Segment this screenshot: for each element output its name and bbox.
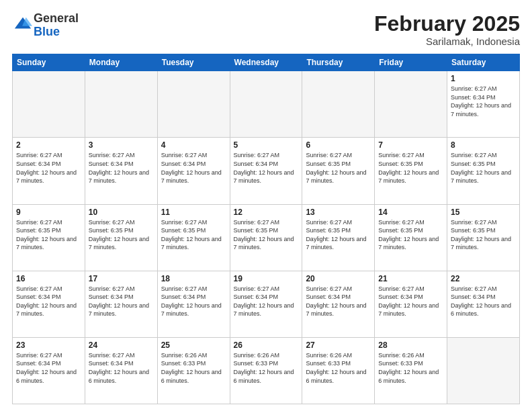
page: General Blue February 2025 Sarilamak, In… — [0, 0, 532, 411]
day-info: Sunrise: 6:27 AM Sunset: 6:34 PM Dayligh… — [89, 351, 154, 385]
cell-w2-d3: 4Sunrise: 6:27 AM Sunset: 6:34 PM Daylig… — [157, 138, 230, 204]
col-sunday: Sunday — [13, 54, 85, 71]
day-info: Sunrise: 6:27 AM Sunset: 6:34 PM Dayligh… — [234, 151, 299, 185]
day-number: 11 — [161, 208, 226, 217]
cell-w3-d5: 13Sunrise: 6:27 AM Sunset: 6:35 PM Dayli… — [302, 204, 375, 271]
day-info: Sunrise: 6:27 AM Sunset: 6:35 PM Dayligh… — [89, 218, 154, 252]
day-info: Sunrise: 6:27 AM Sunset: 6:34 PM Dayligh… — [16, 151, 81, 185]
cell-w5-d5: 27Sunrise: 6:26 AM Sunset: 6:33 PM Dayli… — [302, 337, 375, 404]
cell-w4-d3: 18Sunrise: 6:27 AM Sunset: 6:34 PM Dayli… — [157, 271, 230, 337]
cell-w1-d5 — [302, 71, 375, 138]
day-info: Sunrise: 6:26 AM Sunset: 6:33 PM Dayligh… — [378, 351, 443, 385]
cell-w1-d2 — [85, 71, 157, 138]
day-number: 13 — [306, 208, 371, 217]
day-info: Sunrise: 6:27 AM Sunset: 6:35 PM Dayligh… — [16, 218, 81, 252]
day-info: Sunrise: 6:27 AM Sunset: 6:35 PM Dayligh… — [234, 218, 299, 252]
day-info: Sunrise: 6:27 AM Sunset: 6:34 PM Dayligh… — [161, 285, 226, 318]
day-info: Sunrise: 6:27 AM Sunset: 6:34 PM Dayligh… — [161, 151, 226, 185]
col-tuesday: Tuesday — [157, 54, 230, 71]
day-number: 3 — [89, 140, 154, 150]
cell-w4-d2: 17Sunrise: 6:27 AM Sunset: 6:34 PM Dayli… — [85, 271, 157, 337]
cell-w3-d1: 9Sunrise: 6:27 AM Sunset: 6:35 PM Daylig… — [13, 204, 85, 271]
cell-w1-d1 — [13, 71, 85, 138]
day-info: Sunrise: 6:27 AM Sunset: 6:35 PM Dayligh… — [161, 218, 226, 252]
col-thursday: Thursday — [302, 54, 375, 71]
cell-w2-d1: 2Sunrise: 6:27 AM Sunset: 6:34 PM Daylig… — [13, 138, 85, 204]
day-info: Sunrise: 6:27 AM Sunset: 6:34 PM Dayligh… — [306, 285, 371, 318]
cell-w2-d6: 7Sunrise: 6:27 AM Sunset: 6:35 PM Daylig… — [375, 138, 447, 204]
week-row-1: 1Sunrise: 6:27 AM Sunset: 6:34 PM Daylig… — [13, 71, 520, 138]
day-number: 19 — [234, 274, 299, 283]
calendar-title: February 2025 — [374, 12, 520, 36]
day-info: Sunrise: 6:27 AM Sunset: 6:34 PM Dayligh… — [451, 285, 516, 318]
day-number: 18 — [161, 274, 226, 283]
logo: General Blue — [12, 12, 79, 39]
day-number: 5 — [234, 140, 299, 150]
day-info: Sunrise: 6:27 AM Sunset: 6:35 PM Dayligh… — [378, 151, 443, 185]
day-info: Sunrise: 6:27 AM Sunset: 6:34 PM Dayligh… — [378, 285, 443, 318]
day-number: 14 — [378, 208, 443, 217]
cell-w1-d3 — [157, 71, 230, 138]
day-info: Sunrise: 6:27 AM Sunset: 6:34 PM Dayligh… — [16, 285, 81, 318]
day-number: 26 — [234, 340, 299, 350]
cell-w5-d1: 23Sunrise: 6:27 AM Sunset: 6:34 PM Dayli… — [13, 337, 85, 404]
cell-w4-d6: 21Sunrise: 6:27 AM Sunset: 6:34 PM Dayli… — [375, 271, 447, 337]
week-row-5: 23Sunrise: 6:27 AM Sunset: 6:34 PM Dayli… — [13, 337, 520, 404]
cell-w4-d5: 20Sunrise: 6:27 AM Sunset: 6:34 PM Dayli… — [302, 271, 375, 337]
logo-blue: Blue — [34, 25, 60, 38]
day-number: 7 — [378, 140, 443, 150]
col-monday: Monday — [85, 54, 157, 71]
cell-w1-d6 — [375, 71, 447, 138]
cell-w3-d2: 10Sunrise: 6:27 AM Sunset: 6:35 PM Dayli… — [85, 204, 157, 271]
day-number: 2 — [16, 140, 81, 150]
day-number: 21 — [378, 274, 443, 283]
logo-text: General Blue — [34, 12, 79, 39]
cell-w2-d7: 8Sunrise: 6:27 AM Sunset: 6:35 PM Daylig… — [447, 138, 520, 204]
day-number: 27 — [306, 340, 371, 350]
day-info: Sunrise: 6:27 AM Sunset: 6:34 PM Dayligh… — [16, 351, 81, 385]
col-wednesday: Wednesday — [230, 54, 302, 71]
header-row: Sunday Monday Tuesday Wednesday Thursday… — [13, 54, 520, 71]
day-number: 23 — [16, 340, 81, 350]
cell-w5-d7 — [447, 337, 520, 404]
cell-w5-d4: 26Sunrise: 6:26 AM Sunset: 6:33 PM Dayli… — [230, 337, 302, 404]
cell-w2-d4: 5Sunrise: 6:27 AM Sunset: 6:34 PM Daylig… — [230, 138, 302, 204]
calendar-subtitle: Sarilamak, Indonesia — [374, 36, 520, 47]
day-number: 4 — [161, 140, 226, 150]
cell-w5-d3: 25Sunrise: 6:26 AM Sunset: 6:33 PM Dayli… — [157, 337, 230, 404]
day-info: Sunrise: 6:27 AM Sunset: 6:34 PM Dayligh… — [234, 285, 299, 318]
day-info: Sunrise: 6:27 AM Sunset: 6:35 PM Dayligh… — [306, 151, 371, 185]
day-info: Sunrise: 6:27 AM Sunset: 6:35 PM Dayligh… — [378, 218, 443, 252]
cell-w5-d6: 28Sunrise: 6:26 AM Sunset: 6:33 PM Dayli… — [375, 337, 447, 404]
day-number: 1 — [451, 74, 516, 83]
calendar-table: Sunday Monday Tuesday Wednesday Thursday… — [12, 54, 520, 404]
title-block: February 2025 Sarilamak, Indonesia — [374, 12, 520, 47]
day-info: Sunrise: 6:26 AM Sunset: 6:33 PM Dayligh… — [306, 351, 371, 385]
day-number: 9 — [16, 208, 81, 217]
day-info: Sunrise: 6:27 AM Sunset: 6:34 PM Dayligh… — [451, 85, 516, 118]
cell-w2-d5: 6Sunrise: 6:27 AM Sunset: 6:35 PM Daylig… — [302, 138, 375, 204]
cell-w3-d4: 12Sunrise: 6:27 AM Sunset: 6:35 PM Dayli… — [230, 204, 302, 271]
header: General Blue February 2025 Sarilamak, In… — [12, 12, 520, 47]
day-number: 10 — [89, 208, 154, 217]
day-info: Sunrise: 6:26 AM Sunset: 6:33 PM Dayligh… — [234, 351, 299, 385]
day-number: 17 — [89, 274, 154, 283]
day-number: 15 — [451, 208, 516, 217]
day-number: 8 — [451, 140, 516, 150]
cell-w5-d2: 24Sunrise: 6:27 AM Sunset: 6:34 PM Dayli… — [85, 337, 157, 404]
cell-w3-d6: 14Sunrise: 6:27 AM Sunset: 6:35 PM Dayli… — [375, 204, 447, 271]
week-row-3: 9Sunrise: 6:27 AM Sunset: 6:35 PM Daylig… — [13, 204, 520, 271]
col-saturday: Saturday — [447, 54, 520, 71]
day-info: Sunrise: 6:26 AM Sunset: 6:33 PM Dayligh… — [161, 351, 226, 385]
day-number: 24 — [89, 340, 154, 350]
day-number: 28 — [378, 340, 443, 350]
day-info: Sunrise: 6:27 AM Sunset: 6:34 PM Dayligh… — [89, 285, 154, 318]
cell-w1-d7: 1Sunrise: 6:27 AM Sunset: 6:34 PM Daylig… — [447, 71, 520, 138]
week-row-2: 2Sunrise: 6:27 AM Sunset: 6:34 PM Daylig… — [13, 138, 520, 204]
day-number: 12 — [234, 208, 299, 217]
cell-w3-d3: 11Sunrise: 6:27 AM Sunset: 6:35 PM Dayli… — [157, 204, 230, 271]
day-info: Sunrise: 6:27 AM Sunset: 6:34 PM Dayligh… — [89, 151, 154, 185]
day-info: Sunrise: 6:27 AM Sunset: 6:35 PM Dayligh… — [306, 218, 371, 252]
cell-w4-d1: 16Sunrise: 6:27 AM Sunset: 6:34 PM Dayli… — [13, 271, 85, 337]
day-info: Sunrise: 6:27 AM Sunset: 6:35 PM Dayligh… — [451, 151, 516, 185]
